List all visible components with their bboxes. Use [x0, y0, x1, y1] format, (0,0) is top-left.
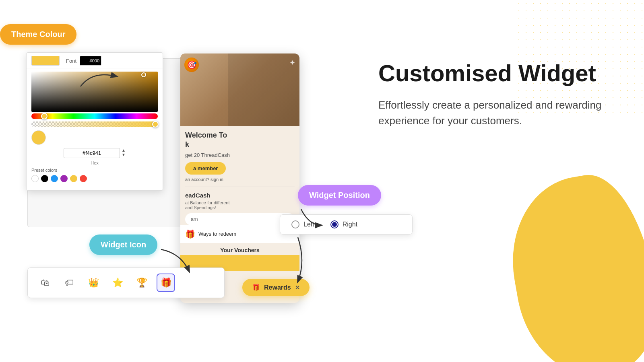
widget-section-title: eadCash: [185, 192, 295, 199]
theme-colour-label: Theme Colour: [11, 30, 65, 39]
hue-cursor[interactable]: [41, 113, 47, 119]
widget-learn-label: arn: [191, 216, 198, 222]
theme-colour-arrow: [76, 62, 125, 95]
widget-earn-text: get 20 ThreadCash: [185, 152, 295, 158]
preset-black[interactable]: [41, 175, 48, 182]
preset-blue[interactable]: [51, 175, 58, 182]
position-widget-arrow: [282, 233, 314, 286]
radio-right-label: Right: [343, 221, 357, 228]
color-preview-row: [27, 129, 163, 146]
icon-opt-crown[interactable]: 👑: [84, 274, 103, 292]
preset-yellow[interactable]: [70, 175, 77, 182]
widget-vouchers-title: Your Vouchers: [185, 243, 295, 255]
widget-icon-label: Widget Icon: [101, 240, 146, 249]
preset-colors-row: [27, 173, 163, 184]
icon-opt-tag[interactable]: 🏷: [60, 274, 78, 292]
hex-down-arrow[interactable]: ▼: [122, 152, 126, 157]
icon-opt-bag[interactable]: 🛍: [36, 274, 54, 292]
rewards-icon: 🎁: [252, 284, 260, 291]
icon-opt-trophy[interactable]: 🏆: [132, 274, 151, 292]
widget-header-image: 🎯 ✦: [180, 53, 299, 126]
preset-purple[interactable]: [60, 175, 68, 182]
font-picker-label: Font: [66, 58, 76, 64]
main-title: Customised Widget: [378, 60, 604, 86]
widget-icon-badge[interactable]: Widget Icon: [89, 234, 157, 255]
hex-arrows: ▲ ▼: [122, 148, 126, 158]
icon-badge-arrow: [157, 245, 197, 278]
hue-spectrum[interactable]: [31, 113, 158, 119]
alpha-cursor[interactable]: [152, 121, 159, 128]
position-arrow: [297, 205, 329, 229]
widget-member-btn[interactable]: a member: [185, 162, 226, 175]
icon-opt-star[interactable]: ⭐: [108, 274, 127, 292]
gradient-cursor[interactable]: [141, 72, 146, 77]
color-preview-circle: [31, 130, 46, 145]
yellow-blob: [499, 167, 644, 362]
widget-learn-more-row[interactable]: arn ›: [185, 213, 295, 225]
main-description: Effortlessly create a personalized and r…: [378, 97, 604, 129]
widget-section-sub1: at Balance for different: [185, 200, 295, 205]
radio-right-option[interactable]: Right: [330, 220, 357, 228]
hex-label: Hex: [27, 160, 163, 166]
hex-input-row: ▲ ▼: [27, 146, 163, 160]
hex-input[interactable]: [64, 148, 120, 158]
hex-up-arrow[interactable]: ▲: [122, 148, 126, 152]
preset-white[interactable]: [31, 175, 39, 182]
widget-position-label: Widget Position: [309, 191, 370, 200]
preset-red[interactable]: [80, 175, 87, 182]
header-star-icon: ✦: [289, 58, 295, 67]
right-section: Customised Widget Effortlessly create a …: [378, 60, 604, 129]
preset-colors-label: Preset colors: [27, 166, 163, 173]
ways-label: Ways to redeem: [198, 231, 236, 237]
widget-position-badge[interactable]: Widget Position: [298, 185, 381, 206]
widget-thread-section: eadCash at Balance for different and Spe…: [185, 187, 295, 225]
theme-colour-badge[interactable]: Theme Colour: [0, 24, 76, 45]
widget-brand-text: k: [185, 140, 295, 149]
bg-color-swatch[interactable]: [31, 56, 60, 66]
widget-welcome-text: Welcome To: [185, 131, 295, 140]
ways-icon: 🎁: [185, 229, 195, 239]
widget-sign-in-text: an account? sign in: [185, 177, 295, 182]
widget-logo: 🎯: [184, 58, 199, 72]
radio-right-circle[interactable]: [330, 220, 339, 228]
alpha-spectrum[interactable]: [31, 121, 158, 127]
widget-section-sub2: and Spendings!: [185, 205, 295, 210]
